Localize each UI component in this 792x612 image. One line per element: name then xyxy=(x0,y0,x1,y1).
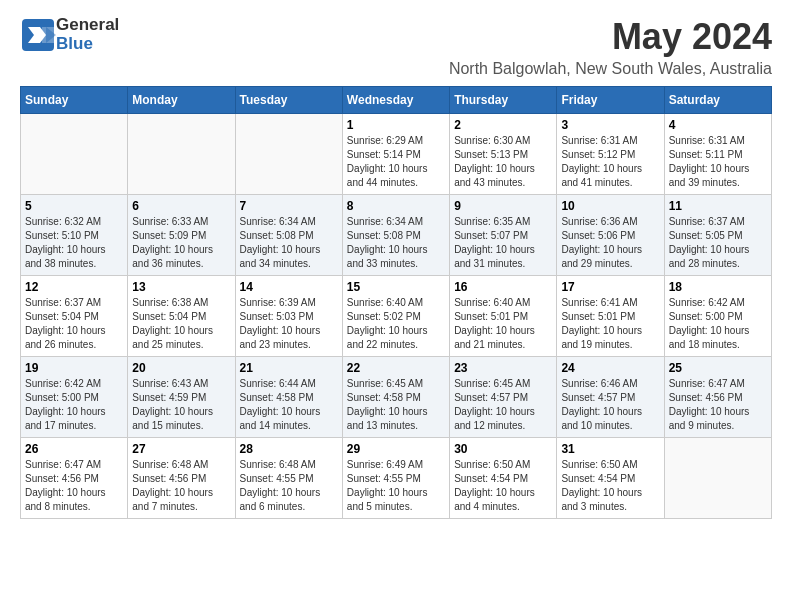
calendar-cell: 29Sunrise: 6:49 AM Sunset: 4:55 PM Dayli… xyxy=(342,438,449,519)
day-info: Sunrise: 6:31 AM Sunset: 5:12 PM Dayligh… xyxy=(561,134,659,190)
day-info: Sunrise: 6:38 AM Sunset: 5:04 PM Dayligh… xyxy=(132,296,230,352)
day-info: Sunrise: 6:32 AM Sunset: 5:10 PM Dayligh… xyxy=(25,215,123,271)
day-info: Sunrise: 6:43 AM Sunset: 4:59 PM Dayligh… xyxy=(132,377,230,433)
calendar-week-row: 19Sunrise: 6:42 AM Sunset: 5:00 PM Dayli… xyxy=(21,357,772,438)
day-info: Sunrise: 6:29 AM Sunset: 5:14 PM Dayligh… xyxy=(347,134,445,190)
calendar-cell xyxy=(235,114,342,195)
calendar-cell: 14Sunrise: 6:39 AM Sunset: 5:03 PM Dayli… xyxy=(235,276,342,357)
calendar-cell: 28Sunrise: 6:48 AM Sunset: 4:55 PM Dayli… xyxy=(235,438,342,519)
calendar-cell: 22Sunrise: 6:45 AM Sunset: 4:58 PM Dayli… xyxy=(342,357,449,438)
day-info: Sunrise: 6:45 AM Sunset: 4:58 PM Dayligh… xyxy=(347,377,445,433)
calendar-header-row: SundayMondayTuesdayWednesdayThursdayFrid… xyxy=(21,87,772,114)
weekday-header-monday: Monday xyxy=(128,87,235,114)
calendar-cell: 13Sunrise: 6:38 AM Sunset: 5:04 PM Dayli… xyxy=(128,276,235,357)
calendar-cell: 21Sunrise: 6:44 AM Sunset: 4:58 PM Dayli… xyxy=(235,357,342,438)
day-info: Sunrise: 6:40 AM Sunset: 5:02 PM Dayligh… xyxy=(347,296,445,352)
weekday-header-sunday: Sunday xyxy=(21,87,128,114)
calendar-cell: 3Sunrise: 6:31 AM Sunset: 5:12 PM Daylig… xyxy=(557,114,664,195)
day-info: Sunrise: 6:33 AM Sunset: 5:09 PM Dayligh… xyxy=(132,215,230,271)
day-info: Sunrise: 6:34 AM Sunset: 5:08 PM Dayligh… xyxy=(240,215,338,271)
weekday-header-tuesday: Tuesday xyxy=(235,87,342,114)
logo-general-text: General xyxy=(56,16,119,35)
day-info: Sunrise: 6:45 AM Sunset: 4:57 PM Dayligh… xyxy=(454,377,552,433)
day-info: Sunrise: 6:40 AM Sunset: 5:01 PM Dayligh… xyxy=(454,296,552,352)
calendar-week-row: 1Sunrise: 6:29 AM Sunset: 5:14 PM Daylig… xyxy=(21,114,772,195)
day-info: Sunrise: 6:42 AM Sunset: 5:00 PM Dayligh… xyxy=(25,377,123,433)
calendar-cell: 31Sunrise: 6:50 AM Sunset: 4:54 PM Dayli… xyxy=(557,438,664,519)
day-info: Sunrise: 6:48 AM Sunset: 4:56 PM Dayligh… xyxy=(132,458,230,514)
day-number: 31 xyxy=(561,442,659,456)
day-number: 22 xyxy=(347,361,445,375)
weekday-header-thursday: Thursday xyxy=(450,87,557,114)
day-number: 21 xyxy=(240,361,338,375)
calendar-week-row: 5Sunrise: 6:32 AM Sunset: 5:10 PM Daylig… xyxy=(21,195,772,276)
day-number: 15 xyxy=(347,280,445,294)
calendar-cell: 6Sunrise: 6:33 AM Sunset: 5:09 PM Daylig… xyxy=(128,195,235,276)
day-number: 14 xyxy=(240,280,338,294)
calendar-cell: 30Sunrise: 6:50 AM Sunset: 4:54 PM Dayli… xyxy=(450,438,557,519)
calendar-cell: 19Sunrise: 6:42 AM Sunset: 5:00 PM Dayli… xyxy=(21,357,128,438)
calendar-cell: 2Sunrise: 6:30 AM Sunset: 5:13 PM Daylig… xyxy=(450,114,557,195)
day-info: Sunrise: 6:47 AM Sunset: 4:56 PM Dayligh… xyxy=(669,377,767,433)
day-number: 12 xyxy=(25,280,123,294)
calendar-cell: 7Sunrise: 6:34 AM Sunset: 5:08 PM Daylig… xyxy=(235,195,342,276)
day-number: 11 xyxy=(669,199,767,213)
page-header: General Blue May 2024 North Balgowlah, N… xyxy=(20,16,772,78)
calendar-cell: 8Sunrise: 6:34 AM Sunset: 5:08 PM Daylig… xyxy=(342,195,449,276)
day-number: 10 xyxy=(561,199,659,213)
calendar-cell: 10Sunrise: 6:36 AM Sunset: 5:06 PM Dayli… xyxy=(557,195,664,276)
calendar-cell: 5Sunrise: 6:32 AM Sunset: 5:10 PM Daylig… xyxy=(21,195,128,276)
day-number: 17 xyxy=(561,280,659,294)
day-info: Sunrise: 6:35 AM Sunset: 5:07 PM Dayligh… xyxy=(454,215,552,271)
calendar-cell: 16Sunrise: 6:40 AM Sunset: 5:01 PM Dayli… xyxy=(450,276,557,357)
day-number: 19 xyxy=(25,361,123,375)
day-info: Sunrise: 6:37 AM Sunset: 5:04 PM Dayligh… xyxy=(25,296,123,352)
day-info: Sunrise: 6:47 AM Sunset: 4:56 PM Dayligh… xyxy=(25,458,123,514)
calendar-cell: 4Sunrise: 6:31 AM Sunset: 5:11 PM Daylig… xyxy=(664,114,771,195)
calendar-cell: 24Sunrise: 6:46 AM Sunset: 4:57 PM Dayli… xyxy=(557,357,664,438)
calendar-table: SundayMondayTuesdayWednesdayThursdayFrid… xyxy=(20,86,772,519)
day-number: 24 xyxy=(561,361,659,375)
weekday-header-friday: Friday xyxy=(557,87,664,114)
day-number: 3 xyxy=(561,118,659,132)
day-number: 9 xyxy=(454,199,552,213)
calendar-cell: 27Sunrise: 6:48 AM Sunset: 4:56 PM Dayli… xyxy=(128,438,235,519)
logo-icon xyxy=(20,17,56,53)
day-info: Sunrise: 6:39 AM Sunset: 5:03 PM Dayligh… xyxy=(240,296,338,352)
logo: General Blue xyxy=(20,16,119,53)
calendar-cell: 17Sunrise: 6:41 AM Sunset: 5:01 PM Dayli… xyxy=(557,276,664,357)
calendar-cell: 23Sunrise: 6:45 AM Sunset: 4:57 PM Dayli… xyxy=(450,357,557,438)
day-info: Sunrise: 6:49 AM Sunset: 4:55 PM Dayligh… xyxy=(347,458,445,514)
calendar-cell: 20Sunrise: 6:43 AM Sunset: 4:59 PM Dayli… xyxy=(128,357,235,438)
location-subtitle: North Balgowlah, New South Wales, Austra… xyxy=(449,60,772,78)
day-info: Sunrise: 6:50 AM Sunset: 4:54 PM Dayligh… xyxy=(454,458,552,514)
calendar-cell: 25Sunrise: 6:47 AM Sunset: 4:56 PM Dayli… xyxy=(664,357,771,438)
month-year-title: May 2024 xyxy=(449,16,772,58)
day-number: 2 xyxy=(454,118,552,132)
title-section: May 2024 North Balgowlah, New South Wale… xyxy=(449,16,772,78)
day-number: 27 xyxy=(132,442,230,456)
day-number: 28 xyxy=(240,442,338,456)
day-info: Sunrise: 6:50 AM Sunset: 4:54 PM Dayligh… xyxy=(561,458,659,514)
day-number: 23 xyxy=(454,361,552,375)
day-info: Sunrise: 6:46 AM Sunset: 4:57 PM Dayligh… xyxy=(561,377,659,433)
calendar-cell: 1Sunrise: 6:29 AM Sunset: 5:14 PM Daylig… xyxy=(342,114,449,195)
calendar-cell: 26Sunrise: 6:47 AM Sunset: 4:56 PM Dayli… xyxy=(21,438,128,519)
logo-blue-text: Blue xyxy=(56,35,119,54)
day-info: Sunrise: 6:42 AM Sunset: 5:00 PM Dayligh… xyxy=(669,296,767,352)
calendar-cell xyxy=(128,114,235,195)
day-info: Sunrise: 6:36 AM Sunset: 5:06 PM Dayligh… xyxy=(561,215,659,271)
day-info: Sunrise: 6:31 AM Sunset: 5:11 PM Dayligh… xyxy=(669,134,767,190)
day-number: 30 xyxy=(454,442,552,456)
calendar-week-row: 26Sunrise: 6:47 AM Sunset: 4:56 PM Dayli… xyxy=(21,438,772,519)
weekday-header-wednesday: Wednesday xyxy=(342,87,449,114)
day-number: 13 xyxy=(132,280,230,294)
calendar-cell: 12Sunrise: 6:37 AM Sunset: 5:04 PM Dayli… xyxy=(21,276,128,357)
calendar-cell: 15Sunrise: 6:40 AM Sunset: 5:02 PM Dayli… xyxy=(342,276,449,357)
calendar-cell xyxy=(664,438,771,519)
day-number: 7 xyxy=(240,199,338,213)
calendar-cell xyxy=(21,114,128,195)
day-info: Sunrise: 6:41 AM Sunset: 5:01 PM Dayligh… xyxy=(561,296,659,352)
calendar-cell: 18Sunrise: 6:42 AM Sunset: 5:00 PM Dayli… xyxy=(664,276,771,357)
day-info: Sunrise: 6:44 AM Sunset: 4:58 PM Dayligh… xyxy=(240,377,338,433)
